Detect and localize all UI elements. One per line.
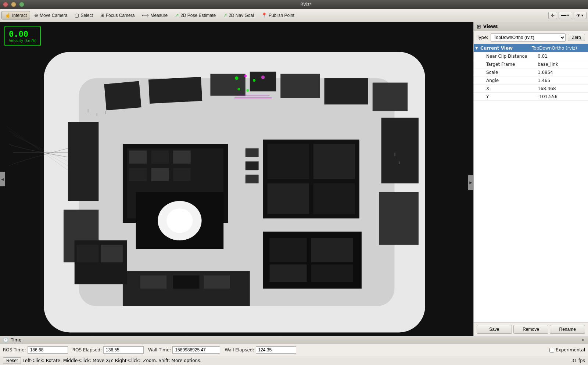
velocity-label: Velocity (km/h)	[9, 39, 36, 43]
crosshair-button[interactable]: ✛	[548, 12, 557, 19]
svg-rect-8	[325, 78, 368, 105]
nav-goal-icon: ↗	[223, 12, 227, 18]
rename-button[interactable]: Rename	[550, 325, 585, 334]
expand-icon[interactable]: ▼	[475, 46, 480, 50]
views-type-controls: Type: TopDownOrtho (rviz) Zero	[474, 31, 588, 44]
svg-rect-35	[269, 265, 306, 282]
ros-elapsed-input[interactable]	[103, 346, 144, 354]
current-view-type: TopDownOrtho (rviz)	[532, 46, 577, 51]
lidar-map	[0, 22, 473, 336]
x-row[interactable]: X 168.468	[474, 85, 588, 93]
svg-rect-18	[129, 168, 147, 181]
remove-button[interactable]: Remove	[513, 325, 549, 334]
eye-dropdown[interactable]: 👁 ▼	[574, 12, 587, 19]
close-button[interactable]	[3, 2, 8, 7]
y-row[interactable]: Y -101.556	[474, 93, 588, 101]
angle-label: Angle	[486, 78, 538, 83]
time-collapse-btn[interactable]: ✕	[582, 338, 585, 343]
target-frame-row[interactable]: Target Frame base_link	[474, 60, 588, 68]
save-button[interactable]: Save	[477, 325, 512, 334]
focus-camera-button[interactable]: ⊞ Focus Camera	[97, 11, 138, 19]
angle-value: 1.465	[538, 78, 550, 83]
ros-time-label: ROS Time:	[3, 347, 26, 353]
views-tree: ▼ Current View TopDownOrtho (rviz) Near …	[474, 44, 588, 322]
svg-rect-46	[105, 111, 106, 114]
svg-rect-43	[101, 245, 123, 262]
svg-point-26	[173, 215, 186, 226]
wall-time-group: Wall Time:	[148, 346, 220, 354]
type-label: Type:	[477, 35, 488, 40]
measure-button[interactable]: ⟺ Measure	[139, 11, 171, 19]
ros-elapsed-group: ROS Elapsed:	[72, 346, 144, 354]
interact-icon: ☝	[5, 12, 11, 18]
wall-elapsed-label: Wall Elapsed:	[225, 347, 254, 353]
views-header: ⊞ Views	[474, 22, 588, 31]
current-view-row[interactable]: ▼ Current View TopDownOrtho (rviz)	[474, 44, 588, 52]
status-text: Left-Click: Rotate. Middle-Click: Move X…	[22, 358, 201, 363]
ros-time-input[interactable]	[28, 346, 68, 354]
angle-row[interactable]: Angle 1.465	[474, 76, 588, 85]
svg-rect-28	[267, 144, 309, 179]
wall-elapsed-input[interactable]	[256, 346, 296, 354]
pose-estimate-button[interactable]: ↗ 2D Pose Estimate	[172, 11, 219, 19]
svg-rect-17	[151, 150, 169, 164]
svg-rect-31	[313, 183, 355, 214]
viewport[interactable]: 0.00 Velocity (km/h) ◀	[0, 22, 473, 336]
svg-rect-16	[129, 150, 147, 164]
type-select[interactable]: TopDownOrtho (rviz)	[491, 33, 566, 42]
near-clip-row[interactable]: Near Clip Distance 0.01	[474, 52, 588, 60]
main-area: 0.00 Velocity (km/h) ◀ ▶ ⊞ Views Type: T…	[0, 22, 588, 336]
svg-rect-9	[373, 83, 408, 111]
svg-rect-13	[379, 192, 419, 245]
current-view-label: Current View	[480, 46, 532, 51]
minimize-button[interactable]	[11, 2, 16, 7]
left-panel-toggle[interactable]: ◀	[0, 172, 5, 186]
svg-point-52	[235, 76, 239, 80]
views-title: Views	[483, 24, 498, 29]
reset-button[interactable]: Reset	[3, 357, 21, 364]
nav-goal-button[interactable]: ↗ 2D Nav Goal	[220, 11, 257, 19]
svg-rect-49	[245, 148, 259, 157]
svg-point-55	[261, 76, 265, 79]
svg-rect-4	[148, 77, 202, 104]
interact-button[interactable]: ☝ Interact	[1, 11, 30, 19]
maximize-button[interactable]	[19, 2, 24, 7]
scale-value: 1.6854	[538, 70, 553, 75]
wall-time-input[interactable]	[172, 346, 220, 354]
near-clip-label: Near Clip Distance	[486, 54, 538, 59]
view-dropdown[interactable]: ━━ ▼	[559, 12, 572, 19]
views-buttons: Save Remove Rename	[474, 322, 588, 336]
target-frame-value: base_link	[538, 62, 558, 67]
zero-button[interactable]: Zero	[568, 34, 585, 41]
svg-rect-3	[104, 81, 141, 111]
svg-rect-48	[399, 161, 399, 164]
measure-icon: ⟺	[142, 12, 149, 18]
select-button[interactable]: ▢ Select	[71, 11, 96, 19]
svg-rect-7	[280, 74, 320, 98]
toolbar: ☝ Interact ⊕ Move Camera ▢ Select ⊞ Focu…	[0, 9, 588, 22]
publish-point-button[interactable]: 📍 Publish Point	[258, 11, 298, 19]
wall-time-label: Wall Time:	[148, 347, 171, 353]
clock-icon: 🕐	[3, 337, 8, 343]
move-camera-icon: ⊕	[34, 12, 38, 18]
y-label: Y	[486, 94, 538, 99]
svg-rect-39	[173, 275, 200, 289]
move-camera-button[interactable]: ⊕ Move Camera	[31, 11, 71, 19]
svg-rect-45	[96, 113, 97, 116]
svg-point-57	[246, 89, 249, 92]
right-panel-toggle[interactable]: ▶	[468, 175, 473, 190]
svg-rect-19	[151, 168, 169, 181]
svg-point-56	[237, 88, 240, 90]
target-frame-label: Target Frame	[486, 62, 538, 67]
scale-row[interactable]: Scale 1.6854	[474, 68, 588, 76]
experimental-group: Experimental	[549, 347, 585, 353]
experimental-checkbox[interactable]	[549, 348, 554, 353]
ros-elapsed-label: ROS Elapsed:	[72, 347, 102, 353]
svg-rect-20	[173, 150, 191, 164]
svg-rect-33	[269, 238, 306, 262]
svg-rect-10	[68, 122, 98, 201]
y-value: -101.556	[538, 94, 557, 99]
near-clip-value: 0.01	[538, 54, 548, 59]
experimental-label: Experimental	[556, 347, 585, 353]
svg-rect-47	[394, 153, 395, 156]
